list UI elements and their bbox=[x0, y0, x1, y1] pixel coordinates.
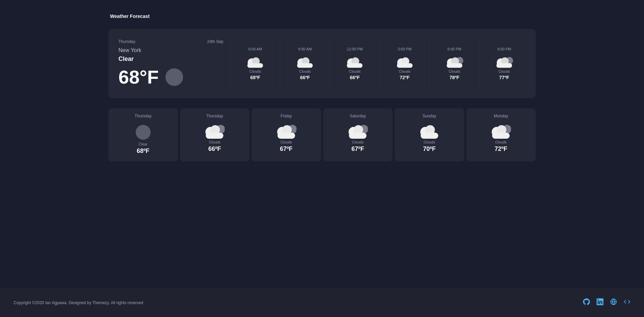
hour-label-0: 6:00 AM bbox=[248, 47, 262, 51]
hour-label-2: 12:00 PM bbox=[347, 47, 363, 51]
day-date-row: Thursday 24th Sep bbox=[118, 39, 223, 44]
hourly-cloud-icon-0 bbox=[246, 56, 264, 69]
daily-icon-4 bbox=[419, 124, 440, 140]
daily-card-4: Sunday Clouds 70ºF bbox=[395, 108, 464, 161]
daily-condition-3: Clouds bbox=[352, 140, 363, 144]
city-name: New York bbox=[118, 47, 223, 53]
svg-rect-19 bbox=[496, 63, 512, 68]
daily-temp-5: 72ºF bbox=[494, 145, 507, 153]
daily-icon-1 bbox=[204, 124, 225, 140]
hourly-col-5: 9:00 PM Clouds 77ºF bbox=[479, 36, 529, 91]
daily-icon-3 bbox=[348, 124, 368, 140]
current-condition: Clear bbox=[118, 55, 223, 63]
temperature-row: 68°F bbox=[118, 66, 223, 88]
daily-temp-3: 67ºF bbox=[351, 145, 364, 153]
github-icon[interactable] bbox=[583, 298, 590, 307]
hourly-cloud-icon-5 bbox=[495, 56, 513, 69]
daily-condition-5: Clouds bbox=[495, 140, 507, 144]
page-wrapper: Weather Forecast Thursday 24th Sep New Y… bbox=[0, 0, 644, 317]
daily-temp-2: 67ºF bbox=[280, 145, 293, 153]
hourly-col-3: 3:00 PM Clouds 72ºF bbox=[380, 36, 429, 91]
daily-day-0: Thursday bbox=[135, 114, 152, 118]
svg-rect-8 bbox=[347, 63, 362, 68]
hourly-cloud-icon-1 bbox=[296, 56, 314, 69]
main-content: Weather Forecast Thursday 24th Sep New Y… bbox=[0, 0, 644, 288]
hour-label-5: 9:00 PM bbox=[497, 47, 511, 51]
hourly-condition-3: Clouds bbox=[399, 69, 410, 73]
daily-forecast: Thursday Clear 68ºF Thursday Clouds 66ºF… bbox=[108, 108, 536, 161]
svg-rect-39 bbox=[492, 133, 510, 139]
daily-icon-2 bbox=[276, 124, 296, 140]
hourly-condition-4: Clouds bbox=[449, 69, 460, 73]
svg-rect-24 bbox=[206, 133, 223, 139]
daily-temp-0: 68ºF bbox=[137, 148, 150, 155]
linkedin-icon[interactable] bbox=[597, 298, 603, 307]
daily-condition-2: Clouds bbox=[281, 140, 292, 144]
hourly-col-0: 6:00 AM Clouds 68ºF bbox=[230, 36, 280, 91]
daily-card-2: Friday Clouds 67ºF bbox=[251, 108, 321, 161]
top-forecast-card: Thursday 24th Sep New York Clear 68°F 6:… bbox=[108, 29, 536, 98]
hourly-col-1: 9:00 AM Clouds 66ºF bbox=[280, 36, 330, 91]
daily-day-2: Friday bbox=[281, 114, 292, 118]
current-weather-panel: Thursday 24th Sep New York Clear 68°F bbox=[115, 36, 230, 91]
daily-temp-4: 70ºF bbox=[423, 145, 436, 153]
daily-day-5: Monday bbox=[494, 114, 508, 118]
daily-card-0: Thursday Clear 68ºF bbox=[108, 108, 178, 161]
hourly-temp-2: 66ºF bbox=[350, 75, 360, 80]
hourly-condition-5: Clouds bbox=[498, 69, 510, 73]
daily-icon-0 bbox=[133, 124, 153, 142]
svg-rect-2 bbox=[247, 63, 263, 68]
daily-day-4: Sunday bbox=[422, 114, 436, 118]
hourly-temp-1: 66ºF bbox=[300, 75, 310, 80]
svg-rect-35 bbox=[421, 133, 438, 139]
hourly-cloud-icon-4 bbox=[445, 56, 464, 69]
svg-rect-15 bbox=[447, 63, 462, 68]
svg-rect-11 bbox=[397, 63, 412, 68]
daily-day-3: Saturday bbox=[350, 114, 366, 118]
footer-icons bbox=[583, 298, 630, 307]
hour-label-4: 6:00 PM bbox=[447, 47, 461, 51]
svg-rect-32 bbox=[349, 133, 367, 139]
footer: Copyright ©2020 Ian Agpawa. Designed by … bbox=[0, 288, 644, 317]
svg-rect-28 bbox=[277, 133, 295, 139]
svg-rect-5 bbox=[297, 63, 313, 68]
globe-icon[interactable] bbox=[610, 298, 617, 307]
daily-condition-1: Clouds bbox=[209, 140, 220, 144]
hourly-temp-5: 77ºF bbox=[499, 75, 509, 80]
daily-day-1: Thursday bbox=[206, 114, 223, 118]
daily-card-5: Monday Clouds 72ºF bbox=[466, 108, 536, 161]
page-title: Weather Forecast bbox=[110, 14, 536, 19]
hourly-temp-0: 68ºF bbox=[250, 75, 260, 80]
daily-temp-1: 66ºF bbox=[208, 145, 221, 153]
hour-label-1: 9:00 AM bbox=[298, 47, 312, 51]
hourly-columns: 6:00 AM Clouds 68ºF 9:00 AM Clouds 66ºF … bbox=[230, 36, 529, 91]
hourly-condition-1: Clouds bbox=[299, 69, 311, 73]
hour-label-3: 3:00 PM bbox=[398, 47, 412, 51]
daily-icon-5 bbox=[491, 124, 511, 140]
hourly-temp-3: 72ºF bbox=[400, 75, 409, 80]
hourly-condition-2: Clouds bbox=[349, 69, 360, 73]
current-date: 24th Sep bbox=[207, 39, 223, 44]
current-day: Thursday bbox=[118, 39, 135, 44]
hourly-col-4: 6:00 PM Clouds 78ºF bbox=[429, 36, 479, 91]
footer-copyright: Copyright ©2020 Ian Agpawa. Designed by … bbox=[14, 300, 143, 305]
hourly-cloud-icon-3 bbox=[396, 56, 414, 69]
code-icon[interactable] bbox=[624, 298, 630, 307]
daily-card-3: Saturday Clouds 67ºF bbox=[323, 108, 393, 161]
hourly-condition-0: Clouds bbox=[249, 69, 261, 73]
clear-weather-icon bbox=[165, 68, 183, 86]
current-temperature: 68°F bbox=[118, 66, 159, 88]
hourly-cloud-icon-2 bbox=[346, 56, 364, 69]
svg-point-20 bbox=[136, 125, 151, 140]
hourly-temp-4: 78ºF bbox=[449, 75, 459, 80]
daily-condition-4: Clouds bbox=[424, 140, 435, 144]
hourly-col-2: 12:00 PM Clouds 66ºF bbox=[330, 36, 379, 91]
daily-card-1: Thursday Clouds 66ºF bbox=[180, 108, 250, 161]
daily-condition-0: Clear bbox=[139, 142, 148, 146]
